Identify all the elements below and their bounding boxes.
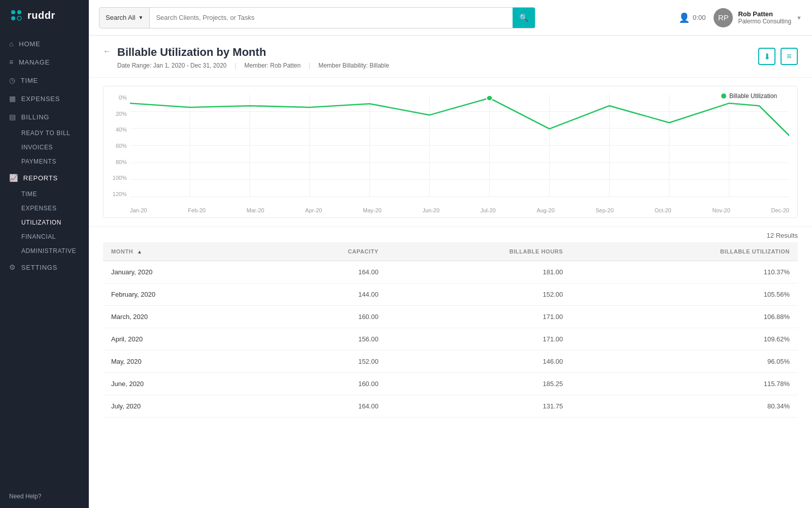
sidebar-item-administrative[interactable]: ADMINISTRATIVE	[21, 244, 89, 258]
sidebar-item-invoices[interactable]: INVOICES	[21, 140, 89, 154]
sidebar-item-home[interactable]: ⌂ HOME	[0, 35, 89, 53]
header-actions: ⬇ ≡	[758, 48, 798, 65]
user-menu[interactable]: RP Rob Patten Palermo Consulting ▼	[714, 8, 802, 27]
settings-icon: ⚙	[9, 263, 16, 271]
content-inner: ← Billable Utilization by Month Date Ran…	[89, 36, 812, 508]
sidebar-item-billing[interactable]: ▤ BILLING	[0, 108, 89, 126]
y-label-120: 120%	[113, 191, 127, 197]
topbar: Search All ▼ 🔍 👤 0:00 RP Rob Patten Pale…	[89, 0, 812, 36]
manage-icon: ≡	[9, 58, 14, 66]
user-name: Rob Patten	[738, 10, 791, 18]
sidebar-item-label: TIME	[21, 77, 38, 84]
sidebar-item-manage[interactable]: ≡ MANAGE	[0, 53, 89, 71]
cell-month: January, 2020	[103, 261, 263, 283]
cell-billable-hours: 171.00	[387, 328, 571, 351]
sidebar-item-ready-to-bill[interactable]: READY TO BILL	[21, 126, 89, 140]
search-type-label: Search All	[106, 14, 136, 21]
cell-billable-hours: 131.75	[387, 395, 571, 418]
x-label-dec: Dec-20	[771, 207, 789, 213]
sidebar-item-financial[interactable]: FINANCIAL	[21, 230, 89, 244]
member-info: Member: Rob Patten	[245, 62, 301, 69]
user-details: Rob Patten Palermo Consulting	[738, 10, 791, 25]
sidebar-item-label: MANAGE	[19, 58, 50, 66]
expenses-icon: ▦	[9, 94, 16, 103]
search-button[interactable]: 🔍	[513, 8, 535, 28]
table-row: June, 2020 160.00 185.25 115.78%	[103, 373, 798, 395]
sidebar-item-label: EXPENSES	[21, 95, 60, 103]
cell-month: July, 2020	[103, 395, 263, 418]
cell-month: May, 2020	[103, 351, 263, 373]
sidebar-item-time[interactable]: ◷ TIME	[0, 71, 89, 89]
logo[interactable]: ruddr	[0, 0, 89, 30]
menu-button[interactable]: ≡	[781, 48, 798, 65]
col-billable-utilization[interactable]: BILLABLE UTILIZATION	[571, 242, 798, 261]
x-label-mar: Mar-20	[247, 207, 264, 213]
avatar: RP	[714, 8, 733, 27]
table-row: February, 2020 144.00 152.00 105.56%	[103, 283, 798, 306]
user-company: Palermo Consulting	[738, 18, 791, 25]
svg-point-3	[17, 16, 21, 20]
search-type-dropdown[interactable]: Search All ▼	[99, 8, 150, 28]
nav-menu: ⌂ HOME ≡ MANAGE ◷ TIME ▦ EXPENSES ▤ BILL…	[0, 30, 89, 485]
time-icon: ◷	[9, 76, 16, 84]
sidebar-item-label: HOME	[19, 40, 40, 48]
x-label-jan: Jan-20	[130, 207, 147, 213]
col-capacity[interactable]: CAPACITY	[263, 242, 387, 261]
sidebar-item-reports[interactable]: 📈 REPORTS	[0, 169, 89, 187]
col-billable-hours[interactable]: BILLABLE HOURS	[387, 242, 571, 261]
download-button[interactable]: ⬇	[758, 48, 775, 65]
table-section: 12 Results MONTH ▲ CAPACITY	[89, 227, 812, 430]
table-row: May, 2020 152.00 146.00 96.05%	[103, 351, 798, 373]
x-label-oct: Oct-20	[655, 207, 671, 213]
table-row: April, 2020 156.00 171.00 109.62%	[103, 328, 798, 351]
sidebar-item-label: SETTINGS	[21, 264, 57, 271]
cell-month: June, 2020	[103, 373, 263, 395]
app-name: ruddr	[27, 10, 55, 21]
download-icon: ⬇	[764, 52, 770, 61]
cell-capacity: 164.00	[263, 395, 387, 418]
member-billability: Member Billability: Billable	[318, 62, 389, 69]
cell-capacity: 160.00	[263, 306, 387, 328]
cell-billable-utilization: 80.34%	[571, 395, 798, 418]
cell-capacity: 144.00	[263, 283, 387, 306]
y-label-100: 100%	[113, 175, 127, 181]
user-dropdown-arrow-icon: ▼	[796, 15, 802, 21]
sidebar-item-expenses-report[interactable]: EXPENSES	[21, 201, 89, 215]
cell-billable-utilization: 105.56%	[571, 283, 798, 306]
timer-button[interactable]: 👤 0:00	[679, 12, 705, 23]
cell-billable-utilization: 110.37%	[571, 261, 798, 283]
cell-month: March, 2020	[103, 306, 263, 328]
results-count: 12 Results	[103, 227, 798, 242]
timer-icon: 👤	[679, 12, 690, 23]
cell-billable-hours: 152.00	[387, 283, 571, 306]
main-wrapper: Search All ▼ 🔍 👤 0:00 RP Rob Patten Pale…	[89, 0, 812, 508]
col-capacity-label: CAPACITY	[348, 248, 378, 255]
data-table: MONTH ▲ CAPACITY BILLABLE HOURS BILLABLE…	[103, 242, 798, 418]
col-month-label: MONTH	[111, 248, 133, 255]
table-row: March, 2020 160.00 171.00 106.88%	[103, 306, 798, 328]
svg-point-14	[487, 96, 493, 101]
x-label-jun: Jun-20	[422, 207, 439, 213]
sidebar-item-expenses[interactable]: ▦ EXPENSES	[0, 89, 89, 108]
cell-capacity: 164.00	[263, 261, 387, 283]
x-label-sep: Sep-20	[596, 207, 614, 213]
col-month[interactable]: MONTH ▲	[103, 242, 263, 261]
table-row: July, 2020 164.00 131.75 80.34%	[103, 395, 798, 418]
back-button[interactable]: ←	[103, 47, 111, 56]
sidebar-item-time-report[interactable]: TIME	[21, 187, 89, 201]
page-header: ← Billable Utilization by Month Date Ran…	[89, 36, 812, 78]
svg-point-1	[17, 10, 21, 14]
cell-billable-hours: 146.00	[387, 351, 571, 373]
billing-submenu: READY TO BILL INVOICES PAYMENTS	[0, 126, 89, 169]
x-label-aug: Aug-20	[536, 207, 554, 213]
search-input[interactable]	[150, 8, 513, 28]
sidebar-item-utilization[interactable]: UTILIZATION	[21, 215, 89, 230]
sidebar-item-settings[interactable]: ⚙ SETTINGS	[0, 258, 89, 276]
topbar-right: 👤 0:00 RP Rob Patten Palermo Consulting …	[679, 8, 802, 27]
sort-icon: ▲	[137, 249, 143, 255]
sidebar-item-payments[interactable]: PAYMENTS	[21, 154, 89, 169]
col-billable-hours-label: BILLABLE HOURS	[510, 248, 563, 255]
cell-billable-utilization: 96.05%	[571, 351, 798, 373]
reports-submenu: TIME EXPENSES UTILIZATION FINANCIAL ADMI…	[0, 187, 89, 258]
help-link[interactable]: Need Help?	[0, 485, 89, 508]
